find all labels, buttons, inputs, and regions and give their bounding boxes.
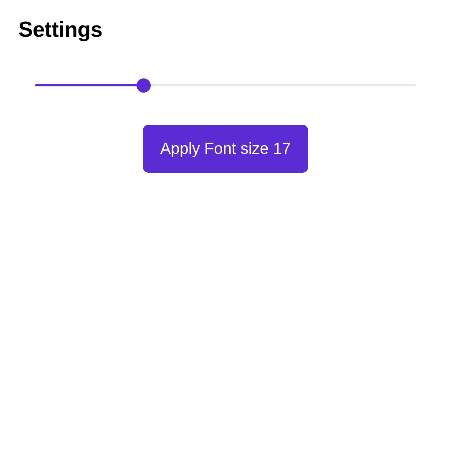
- font-size-slider[interactable]: [35, 84, 416, 86]
- header: Settings: [0, 0, 451, 42]
- page-title: Settings: [18, 17, 451, 42]
- button-container: Apply Font size 17: [0, 125, 451, 173]
- font-size-slider-container: [0, 84, 451, 86]
- slider-thumb[interactable]: [137, 78, 151, 93]
- slider-fill: [35, 84, 144, 86]
- apply-font-size-button[interactable]: Apply Font size 17: [143, 125, 309, 173]
